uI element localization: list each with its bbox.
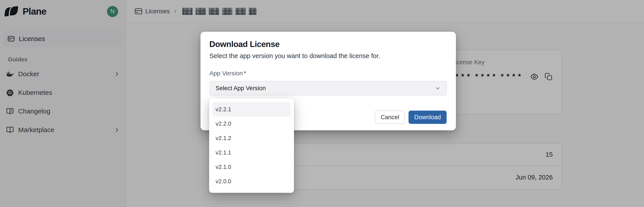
app-version-select[interactable]: Select App Version bbox=[209, 81, 447, 96]
chevron-down-icon bbox=[435, 85, 441, 91]
dropdown-option-v2-2-0[interactable]: v2.2.0 bbox=[212, 116, 291, 131]
dropdown-option-v2-2-1[interactable]: v2.2.1 bbox=[212, 102, 291, 116]
select-value: Select App Version bbox=[216, 85, 266, 92]
dropdown-option-v2-1-2[interactable]: v2.1.2 bbox=[212, 131, 291, 146]
modal-title: Download License bbox=[209, 40, 447, 49]
dropdown-option-v2-1-1[interactable]: v2.1.1 bbox=[212, 146, 291, 160]
modal-subtitle: Select the app version you want to downl… bbox=[209, 52, 447, 60]
app-root: Plane N Licenses Guides bbox=[0, 0, 644, 207]
required-asterisk: * bbox=[244, 70, 246, 77]
app-version-label-text: App Version bbox=[209, 70, 243, 77]
dropdown-option-v2-1-0[interactable]: v2.1.0 bbox=[212, 160, 291, 174]
app-version-label: App Version* bbox=[209, 70, 447, 77]
cancel-button[interactable]: Cancel bbox=[375, 110, 405, 124]
modal-footer: Cancel Download bbox=[375, 110, 446, 124]
version-dropdown: v2.2.1 v2.2.0 v2.1.2 v2.1.1 v2.1.0 v2.0.… bbox=[209, 98, 294, 193]
download-button[interactable]: Download bbox=[408, 110, 446, 124]
dropdown-option-v2-0-0[interactable]: v2.0.0 bbox=[212, 174, 291, 188]
